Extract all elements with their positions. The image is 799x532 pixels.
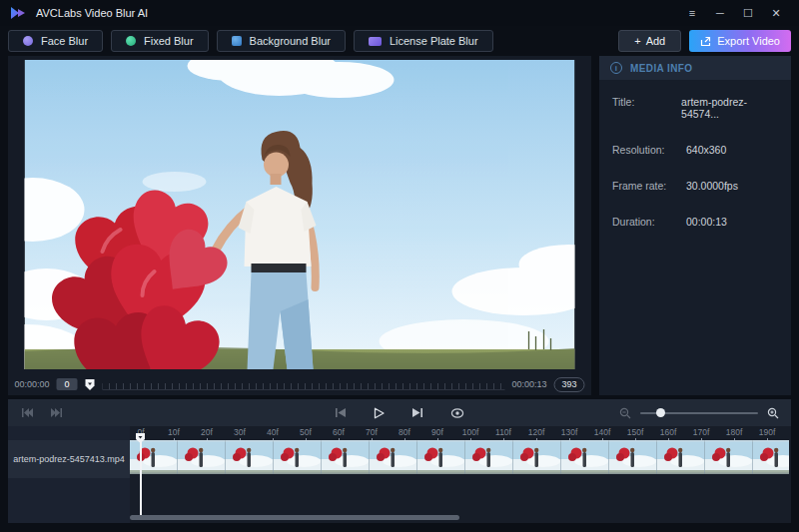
media-row-title-value: artem-podrez-54574... bbox=[681, 96, 778, 120]
media-row-resolution-value: 640x360 bbox=[686, 144, 726, 156]
preview-panel: 00:00:00 0 00:00:13 393 bbox=[8, 56, 591, 395]
background-blur-label: Background Blur bbox=[250, 35, 331, 47]
media-row-resolution: Resolution: 640x360 bbox=[612, 144, 778, 156]
export-icon bbox=[700, 36, 711, 47]
face-blur-button[interactable]: Face Blur bbox=[8, 30, 103, 52]
minimize-icon[interactable]: ─ bbox=[707, 3, 733, 23]
media-info-title: MEDIA INFO bbox=[630, 63, 693, 74]
play-button[interactable] bbox=[374, 407, 385, 419]
app-title: AVCLabs Video Blur AI bbox=[36, 7, 148, 19]
media-row-duration-label: Duration: bbox=[612, 216, 686, 228]
current-time: 00:00:00 bbox=[15, 379, 50, 389]
timeline-scrollbar[interactable] bbox=[130, 515, 459, 520]
video-canvas[interactable]: 00:00:00 0 00:00:13 393 bbox=[25, 60, 575, 369]
titlebar: AVCLabs Video Blur AI ≡ ─ ☐ ✕ bbox=[0, 0, 799, 26]
zoom-in-icon[interactable] bbox=[767, 407, 779, 419]
export-button-label: Export Video bbox=[717, 35, 780, 47]
zoom-slider-knob[interactable] bbox=[656, 408, 665, 417]
media-row-duration: Duration: 00:00:13 bbox=[612, 216, 778, 228]
timeline-track-header: artem-podrez-5457413.mp4 bbox=[8, 426, 130, 523]
add-button[interactable]: + Add bbox=[618, 30, 681, 52]
maximize-icon[interactable]: ☐ bbox=[735, 3, 761, 23]
timeline-ruler: 0f10f20f30f40f50f60f70f80f90f100f110f120… bbox=[130, 427, 791, 440]
add-button-label: Add bbox=[646, 35, 666, 47]
plus-icon: + bbox=[634, 35, 640, 47]
jump-backward-button[interactable] bbox=[20, 407, 33, 418]
toolbar: Face Blur Fixed Blur Background Blur Lic… bbox=[0, 26, 799, 56]
current-frame-box: 0 bbox=[57, 378, 78, 390]
media-row-framerate-label: Frame rate: bbox=[612, 180, 686, 192]
media-row-title-label: Title: bbox=[612, 96, 681, 120]
export-video-button[interactable]: Export Video bbox=[689, 30, 791, 52]
media-info-panel: i MEDIA INFO Title: artem-podrez-54574..… bbox=[599, 56, 791, 395]
face-blur-label: Face Blur bbox=[41, 35, 88, 47]
skip-to-start-button[interactable] bbox=[335, 407, 347, 418]
media-row-title: Title: artem-podrez-54574... bbox=[612, 96, 778, 120]
media-row-duration-value: 00:00:13 bbox=[686, 216, 727, 228]
license-plate-blur-button[interactable]: License Plate Blur bbox=[354, 30, 493, 52]
total-time: 00:00:13 bbox=[511, 379, 546, 389]
media-info-header: i MEDIA INFO bbox=[599, 56, 791, 80]
fixed-blur-button[interactable]: Fixed Blur bbox=[111, 30, 209, 52]
timeline-panel: artem-podrez-5457413.mp4 0f10f20f30f40f5… bbox=[8, 399, 791, 523]
close-icon[interactable]: ✕ bbox=[763, 3, 789, 23]
scrubber-track[interactable] bbox=[103, 378, 505, 390]
video-frame-art bbox=[25, 60, 575, 369]
menu-icon[interactable]: ≡ bbox=[679, 3, 705, 23]
fixed-blur-label: Fixed Blur bbox=[144, 35, 194, 47]
app-logo-icon bbox=[10, 6, 28, 21]
background-blur-icon bbox=[232, 36, 242, 46]
media-row-framerate: Frame rate: 30.0000fps bbox=[612, 180, 778, 192]
fixed-blur-icon bbox=[126, 36, 136, 46]
media-row-resolution-label: Resolution: bbox=[612, 144, 686, 156]
timeline-zoom-slider[interactable] bbox=[640, 407, 758, 419]
timeline-controls bbox=[8, 399, 791, 426]
license-plate-blur-label: License Plate Blur bbox=[390, 35, 478, 47]
clip-name-label[interactable]: artem-podrez-5457413.mp4 bbox=[8, 440, 130, 478]
preview-eye-button[interactable] bbox=[450, 407, 464, 419]
total-frames-box: 393 bbox=[553, 377, 584, 392]
skip-to-end-button[interactable] bbox=[411, 407, 423, 418]
media-row-framerate-value: 30.0000fps bbox=[686, 180, 738, 192]
jump-forward-button[interactable] bbox=[51, 407, 64, 418]
scrubber-playhead[interactable] bbox=[85, 378, 96, 391]
thumbnail-filmstrip-art bbox=[130, 440, 789, 474]
background-blur-button[interactable]: Background Blur bbox=[217, 30, 346, 52]
license-plate-blur-icon bbox=[369, 37, 382, 46]
timeline-playhead-line[interactable] bbox=[140, 439, 142, 517]
clip-thumbnail-strip[interactable] bbox=[130, 440, 789, 474]
preview-scrubber: 00:00:00 0 00:00:13 393 bbox=[6, 371, 594, 397]
info-icon: i bbox=[610, 62, 622, 74]
face-blur-icon bbox=[23, 36, 33, 46]
zoom-out-icon[interactable] bbox=[619, 407, 631, 419]
